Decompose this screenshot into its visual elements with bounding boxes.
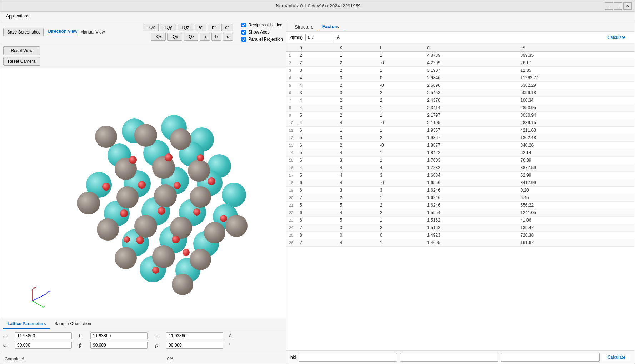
grey-sphere [77,192,100,214]
gamma-input[interactable] [166,342,223,349]
d-min-input[interactable] [305,34,334,41]
grey-sphere [170,128,191,150]
alpha-input[interactable] [15,342,72,349]
a-input[interactable] [15,332,72,339]
pos-axis-btn-0[interactable]: +Qx [143,24,159,31]
pos-axis-btn-4[interactable]: b* [208,24,220,31]
reciprocal-lattice-label: Reciprocal Lattice [248,22,282,27]
red-sphere [124,236,130,243]
pos-axis-btn-2[interactable]: +Qz [178,24,193,31]
red-sphere [136,236,144,244]
red-sphere [197,154,204,161]
beta-label: β: [79,343,86,348]
manual-view-tab[interactable]: Manual View [80,30,105,35]
table-row: 20 7 2 1 1.6246 6.45 [286,194,635,202]
reciprocal-lattice-checkbox[interactable]: Reciprocal Lattice [241,22,283,27]
calculate-hkl-button[interactable]: Calculate [602,354,630,361]
red-sphere [182,249,190,256]
grey-sphere [204,222,225,243]
table-row: 17 5 4 3 1.6884 52.99 [286,172,635,179]
neg-axis-btn-5[interactable]: c [223,33,233,41]
neg-axis-btn-4[interactable]: b [211,33,222,41]
table-row: 6 3 3 2 2.5453 5099.18 [286,89,635,97]
grey-sphere [172,274,193,295]
grey-sphere [190,249,211,270]
grey-sphere [190,186,211,208]
table-row: 3 3 2 1 3.1907 12.35 [286,67,635,74]
b-label: b: [79,333,86,338]
red-sphere [165,153,172,161]
grey-sphere [115,247,137,269]
structure-tab[interactable]: Structure [290,23,318,31]
svg-line-0 [32,294,47,301]
molecule-visualization [65,108,222,279]
col-h: h [297,44,337,52]
applications-menu[interactable]: Applications [3,13,32,19]
neg-axis-btn-1[interactable]: -Qy [167,33,182,41]
calculate-button[interactable]: Calculate [602,34,630,41]
show-axes-checkbox[interactable]: Show Axes [241,30,283,35]
hkl-k-input[interactable] [400,353,499,362]
window-title: NeuXtalViz 0.1.0.dev96+d202412291959 [32,3,605,9]
save-screenshot-button[interactable]: Save Screenshot [3,28,44,36]
sample-orientation-tab[interactable]: Sample Orientation [50,319,95,329]
maximize-button[interactable]: □ [614,2,622,10]
col-l: l [377,44,424,52]
pos-axis-btn-1[interactable]: +Qy [160,24,176,31]
grey-sphere [116,186,139,208]
red-sphere [172,236,180,243]
reset-camera-button[interactable]: Reset Camera [3,57,40,66]
hkl-h-input[interactable] [299,353,397,362]
grey-sphere [154,184,177,207]
d-min-unit: Å [337,35,340,40]
d-min-label: d(min) [290,35,302,40]
axis-indicator: a* b* c* [22,287,50,308]
svg-line-2 [32,301,41,306]
svg-text:c*: c* [33,287,36,290]
b-input[interactable] [90,332,148,339]
red-sphere [120,209,128,217]
table-row: 15 6 3 1 1.7603 76.39 [286,157,635,164]
neg-axis-btn-2[interactable]: -Qz [184,33,198,41]
parallel-projection-checkbox[interactable]: Parallel Projection [241,37,283,42]
table-row: 14 5 4 1 1.8422 62.14 [286,149,635,157]
table-row: 1 2 1 1 4.8739 399.35 [286,52,635,59]
red-sphere [193,208,200,216]
col-k: k [337,44,377,52]
a-label: a: [3,333,10,338]
neg-axis-btn-3[interactable]: a [200,33,210,41]
table-row: 5 4 2 -0 2.6696 5382.29 [286,82,635,89]
lattice-params-tab[interactable]: Lattice Parameters [3,319,50,329]
c-input[interactable] [166,332,223,339]
parallel-projection-label: Parallel Projection [248,37,283,42]
factors-tab[interactable]: Factors [318,22,343,31]
red-sphere [208,177,215,185]
angstrom-unit: Å [229,333,232,338]
minimize-button[interactable]: — [605,2,613,10]
hkl-l-input[interactable] [501,353,600,362]
close-button[interactable]: ✕ [623,2,632,10]
reset-view-button[interactable]: Reset View [3,46,40,55]
direction-view-tab[interactable]: Direction View [48,29,77,35]
table-row: 21 5 5 2 1.6246 556.22 [286,202,635,209]
show-axes-label: Show Axes [248,30,269,35]
beta-input[interactable] [90,342,148,349]
red-sphere [158,207,165,215]
table-row: 19 6 3 3 1.6246 0.20 [286,187,635,194]
status-text: Complete! [5,357,24,362]
progress-text: 0% [167,357,173,362]
grey-sphere [170,217,192,239]
pos-axis-btn-3[interactable]: a* [195,24,206,31]
teal-sphere [222,183,246,207]
table-row: 23 6 5 1 1.5162 41.06 [286,217,635,224]
hkl-label: hkl [290,355,296,360]
degree-unit: ° [229,343,231,348]
table-row: 24 7 3 2 1.5162 139.47 [286,224,635,232]
table-row: 10 4 4 -0 2.1105 2889.15 [286,119,635,127]
table-row: 26 7 4 1 1.4695 161.67 [286,239,635,247]
svg-text:b*: b* [42,305,45,308]
grey-sphere [134,124,157,147]
neg-axis-btn-0[interactable]: -Qx [151,33,166,41]
pos-axis-btn-5[interactable]: c* [221,24,233,31]
table-row: 2 2 2 -0 4.2209 26.17 [286,59,635,67]
